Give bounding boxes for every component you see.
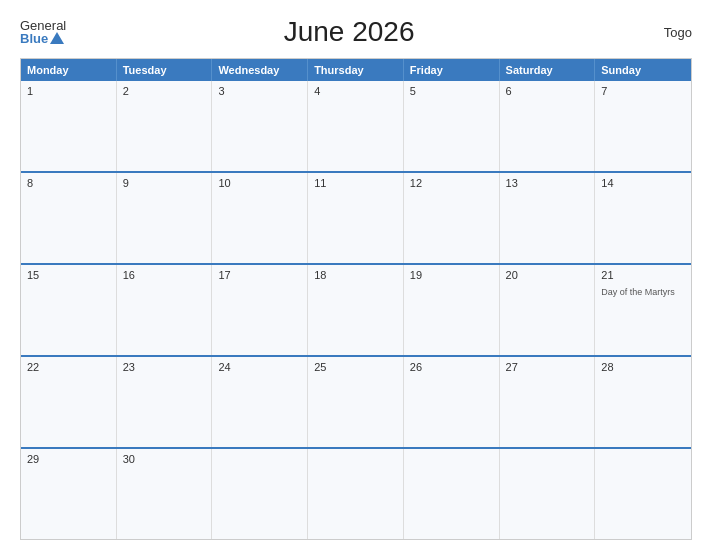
header-tuesday: Tuesday [117,59,213,81]
day-number: 30 [123,453,206,465]
day-number: 5 [410,85,493,97]
day-number: 20 [506,269,589,281]
day-cell-15[interactable]: 15 [21,265,117,355]
day-cell-8[interactable]: 8 [21,173,117,263]
day-number: 15 [27,269,110,281]
day-number: 14 [601,177,685,189]
day-cell-27[interactable]: 27 [500,357,596,447]
header-thursday: Thursday [308,59,404,81]
day-number: 12 [410,177,493,189]
day-cell-empty[interactable] [308,449,404,539]
day-number: 1 [27,85,110,97]
day-cell-19[interactable]: 19 [404,265,500,355]
logo-blue-text: Blue [20,32,66,45]
day-cell-18[interactable]: 18 [308,265,404,355]
day-number: 28 [601,361,685,373]
day-cell-22[interactable]: 22 [21,357,117,447]
calendar-title: June 2026 [66,16,632,48]
day-number: 24 [218,361,301,373]
header-friday: Friday [404,59,500,81]
day-cell-2[interactable]: 2 [117,81,213,171]
day-number: 25 [314,361,397,373]
day-cell-empty[interactable] [404,449,500,539]
header: General Blue June 2026 Togo [20,16,692,48]
day-number: 3 [218,85,301,97]
day-cell-14[interactable]: 14 [595,173,691,263]
day-cell-30[interactable]: 30 [117,449,213,539]
day-number: 17 [218,269,301,281]
day-cell-23[interactable]: 23 [117,357,213,447]
day-cell-16[interactable]: 16 [117,265,213,355]
day-cell-1[interactable]: 1 [21,81,117,171]
day-number: 16 [123,269,206,281]
day-number: 13 [506,177,589,189]
header-wednesday: Wednesday [212,59,308,81]
header-monday: Monday [21,59,117,81]
week-3: 15161718192021Day of the Martyrs [21,265,691,357]
day-cell-9[interactable]: 9 [117,173,213,263]
calendar-header: Monday Tuesday Wednesday Thursday Friday… [21,59,691,81]
day-cell-empty[interactable] [500,449,596,539]
day-number: 4 [314,85,397,97]
day-cell-17[interactable]: 17 [212,265,308,355]
day-cell-4[interactable]: 4 [308,81,404,171]
day-cell-13[interactable]: 13 [500,173,596,263]
day-number: 10 [218,177,301,189]
day-cell-29[interactable]: 29 [21,449,117,539]
day-cell-6[interactable]: 6 [500,81,596,171]
logo: General Blue [20,19,66,45]
day-cell-3[interactable]: 3 [212,81,308,171]
logo-triangle-icon [50,32,64,44]
day-number: 11 [314,177,397,189]
day-number: 26 [410,361,493,373]
day-number: 8 [27,177,110,189]
week-5: 2930 [21,449,691,539]
day-number: 22 [27,361,110,373]
day-cell-28[interactable]: 28 [595,357,691,447]
header-sunday: Sunday [595,59,691,81]
country-label: Togo [632,25,692,40]
week-2: 891011121314 [21,173,691,265]
day-cell-24[interactable]: 24 [212,357,308,447]
day-number: 2 [123,85,206,97]
day-cell-20[interactable]: 20 [500,265,596,355]
day-cell-12[interactable]: 12 [404,173,500,263]
day-cell-26[interactable]: 26 [404,357,500,447]
page: General Blue June 2026 Togo Monday Tuesd… [0,0,712,550]
calendar-body: 123456789101112131415161718192021Day of … [21,81,691,539]
holiday-label: Day of the Martyrs [601,287,675,297]
day-cell-11[interactable]: 11 [308,173,404,263]
day-number: 19 [410,269,493,281]
day-number: 29 [27,453,110,465]
day-number: 7 [601,85,685,97]
day-cell-empty[interactable] [595,449,691,539]
day-cell-5[interactable]: 5 [404,81,500,171]
day-number: 27 [506,361,589,373]
week-1: 1234567 [21,81,691,173]
week-4: 22232425262728 [21,357,691,449]
day-number: 6 [506,85,589,97]
day-number: 23 [123,361,206,373]
day-cell-10[interactable]: 10 [212,173,308,263]
header-saturday: Saturday [500,59,596,81]
day-cell-empty[interactable] [212,449,308,539]
day-cell-7[interactable]: 7 [595,81,691,171]
day-number: 21 [601,269,685,281]
day-number: 18 [314,269,397,281]
day-number: 9 [123,177,206,189]
day-cell-25[interactable]: 25 [308,357,404,447]
calendar: Monday Tuesday Wednesday Thursday Friday… [20,58,692,540]
day-cell-21[interactable]: 21Day of the Martyrs [595,265,691,355]
